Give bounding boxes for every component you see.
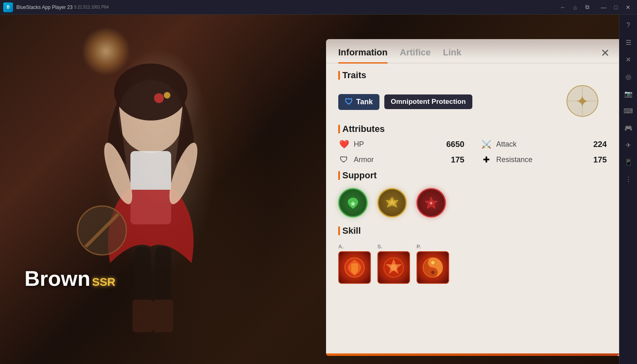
- svg-text:✦: ✦: [429, 200, 434, 206]
- attack-icon: ⚔️: [481, 138, 492, 150]
- skill-item-p: P.: [417, 243, 449, 284]
- tab-information[interactable]: Information: [338, 47, 388, 63]
- tank-label: Tank: [356, 98, 373, 106]
- sidebar-more-icon[interactable]: ⋮: [621, 172, 636, 186]
- skill-a-svg: [342, 255, 367, 280]
- skill-section: Skill A. S.: [326, 226, 619, 292]
- skill-p-svg: [421, 255, 445, 280]
- svg-rect-7: [132, 300, 153, 332]
- skill-a-prefix: A.: [338, 243, 344, 250]
- svg-point-12: [164, 92, 170, 99]
- sidebar-phone-icon[interactable]: 📱: [621, 155, 636, 169]
- attributes-label: Attributes: [342, 124, 385, 134]
- support-section-title: Support: [338, 170, 607, 181]
- titlebar: B BlueStacks App Player 23 5.21.511.1001…: [0, 0, 637, 15]
- support-icon-1[interactable]: [338, 188, 368, 217]
- skill-p-prefix: P.: [417, 243, 421, 250]
- support-label: Support: [342, 170, 377, 181]
- sidebar-help-icon[interactable]: ?: [621, 18, 636, 33]
- svg-point-25: [431, 271, 434, 274]
- skill-section-title: Skill: [338, 226, 607, 236]
- resistance-label: Resistance: [496, 156, 579, 164]
- support-icon-2[interactable]: [377, 188, 407, 217]
- svg-point-1: [114, 64, 187, 121]
- titlebar-nav: ← ⌂ ⧉: [557, 2, 593, 13]
- hp-attribute-row: ❤️ HP 6650: [338, 138, 465, 150]
- resistance-value: 175: [582, 155, 607, 164]
- traits-section-title: Traits: [338, 70, 607, 81]
- traits-label: Traits: [342, 70, 366, 81]
- hp-label: HP: [354, 140, 436, 149]
- sidebar-screenshot-icon[interactable]: 📷: [621, 86, 636, 101]
- hp-icon: ❤️: [338, 138, 350, 150]
- app-logo: B: [3, 2, 13, 12]
- bluestacks-sidebar: ? ☰ ✕ ◎ 📷 ⌨ 🎮 ✈ 📱 ⋮: [619, 15, 637, 364]
- svg-point-24: [431, 261, 434, 264]
- trait-emblem: ✦: [566, 85, 599, 119]
- sidebar-camera-icon[interactable]: ◎: [621, 69, 636, 84]
- sidebar-airplane-icon[interactable]: ✈: [621, 138, 636, 152]
- sidebar-keyboard-icon[interactable]: ⌨: [621, 103, 636, 118]
- tank-trait-badge: 🛡 Tank: [338, 94, 379, 110]
- skill-label: Skill: [342, 226, 361, 236]
- armor-icon: 🛡: [338, 154, 350, 165]
- close-button[interactable]: ✕: [622, 2, 634, 13]
- support-section: Support ✦: [326, 170, 619, 226]
- svg-rect-8: [153, 300, 173, 332]
- support-red-svg: ✦: [423, 195, 439, 211]
- character-art: [20, 35, 306, 361]
- game-area: BrownSSR ✕ Information Artifice Link Tra…: [0, 15, 619, 364]
- character-name-display: BrownSSR: [24, 266, 115, 291]
- traits-row: 🛡 Tank Omnipotent Protection ✦: [338, 85, 607, 119]
- attack-label: Attack: [496, 140, 579, 149]
- attributes-section: Attributes ❤️ HP 6650 ⚔️ Attack 224 🛡: [326, 124, 619, 170]
- tab-link[interactable]: Link: [443, 47, 461, 63]
- support-icon-3[interactable]: ✦: [417, 188, 446, 217]
- armor-value: 175: [440, 155, 465, 164]
- armor-label: Armor: [354, 156, 436, 164]
- skill-item-s: S.: [377, 243, 410, 284]
- emblem-svg: ✦: [566, 85, 599, 117]
- app-version: 5.21.511.1001 P64: [74, 5, 557, 9]
- attributes-section-title: Attributes: [338, 124, 607, 134]
- attack-value: 224: [582, 140, 607, 149]
- resistance-icon: ✚: [481, 154, 492, 165]
- traits-section: Traits 🛡 Tank Omnipotent Protection ✦: [326, 70, 619, 124]
- window-controls: — □ ✕: [598, 2, 634, 13]
- shield-icon: 🛡: [345, 97, 353, 107]
- hp-value: 6650: [440, 140, 465, 149]
- multi-button[interactable]: ⧉: [582, 2, 593, 13]
- skill-trait-badge: Omnipotent Protection: [384, 94, 472, 109]
- character-name-text: Brown: [24, 267, 90, 290]
- panel-tabs: Information Artifice Link: [326, 39, 619, 64]
- skill-icons-row: A. S.: [338, 240, 607, 287]
- sidebar-gamepad-icon[interactable]: 🎮: [621, 121, 636, 135]
- skill-p-icon[interactable]: [417, 251, 449, 284]
- armor-attribute-row: 🛡 Armor 175: [338, 154, 465, 165]
- home-button[interactable]: ⌂: [569, 2, 581, 13]
- skill-trait-label: Omnipotent Protection: [391, 98, 466, 106]
- attributes-grid: ❤️ HP 6650 ⚔️ Attack 224 🛡 Armor 175: [338, 138, 607, 165]
- panel-close-button[interactable]: ✕: [598, 46, 613, 60]
- sidebar-close-icon[interactable]: ✕: [621, 52, 636, 67]
- info-panel: ✕ Information Artifice Link Traits 🛡 Tan…: [326, 39, 619, 356]
- minimize-button[interactable]: —: [598, 2, 609, 13]
- app-name: BlueStacks App Player 23: [16, 4, 73, 10]
- resistance-attribute-row: ✚ Resistance 175: [481, 154, 607, 165]
- skill-item-a: A.: [338, 243, 371, 284]
- skill-s-icon[interactable]: [377, 251, 410, 284]
- skill-s-prefix: S.: [377, 243, 382, 250]
- panel-bottom-accent: [326, 353, 619, 356]
- sidebar-menu-icon[interactable]: ☰: [621, 35, 636, 50]
- svg-point-22: [390, 264, 397, 271]
- tab-artifice[interactable]: Artifice: [400, 47, 431, 63]
- skill-s-svg: [381, 255, 406, 280]
- support-green-svg: [345, 195, 361, 211]
- back-button[interactable]: ←: [557, 2, 569, 13]
- attack-attribute-row: ⚔️ Attack 224: [481, 138, 607, 150]
- character-rarity-badge: SSR: [92, 276, 116, 288]
- svg-point-11: [154, 93, 164, 103]
- support-icons-row: ✦: [338, 185, 607, 221]
- skill-a-icon[interactable]: [338, 251, 371, 284]
- maximize-button[interactable]: □: [610, 2, 622, 13]
